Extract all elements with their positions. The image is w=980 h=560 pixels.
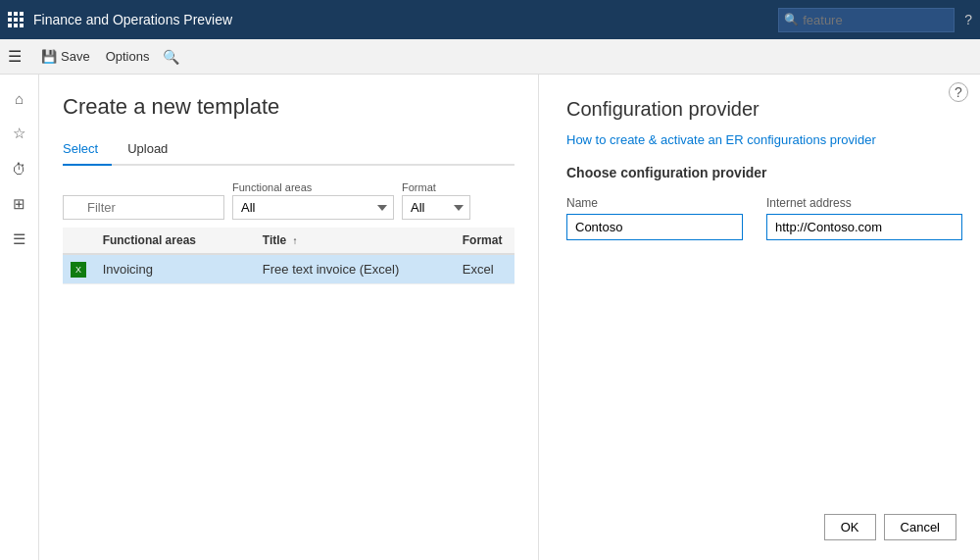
config-title: Configuration provider	[566, 98, 953, 121]
tab-upload[interactable]: Upload	[127, 135, 181, 166]
save-label: Save	[61, 49, 90, 64]
ok-button[interactable]: OK	[824, 514, 876, 540]
name-input[interactable]	[566, 214, 743, 240]
top-search-wrap: 🔍	[778, 8, 955, 32]
save-icon: 💾	[41, 49, 57, 64]
format-label: Format	[402, 181, 470, 193]
row-title: Free text invoice (Excel)	[255, 254, 455, 284]
options-label: Options	[106, 49, 150, 64]
filter-col: 🔍	[63, 195, 224, 220]
top-search-icon: 🔍	[784, 13, 799, 26]
sidebar-item-recent[interactable]: ⏱	[2, 153, 37, 184]
table-header-row: Functional areas Title ↑ Format	[63, 228, 514, 254]
save-button[interactable]: 💾 Save	[33, 45, 98, 68]
content-area: Create a new template Select Upload 🔍 Fu…	[39, 75, 980, 560]
tabs: Select Upload	[63, 135, 514, 166]
cancel-button[interactable]: Cancel	[884, 514, 956, 540]
top-search-input[interactable]	[778, 8, 955, 32]
col-header-icon	[63, 228, 95, 254]
options-button[interactable]: Options	[98, 45, 158, 68]
bottom-bar: OK Cancel	[824, 514, 956, 540]
tab-select[interactable]: Select	[63, 135, 112, 166]
table-row[interactable]: X Invoicing Free text invoice (Excel) Ex…	[63, 254, 514, 284]
filter-input[interactable]	[63, 195, 224, 220]
right-panel: ? Configuration provider How to create &…	[539, 75, 980, 560]
internet-address-label: Internet address	[766, 196, 962, 210]
toolbar-search-button[interactable]: 🔍	[161, 47, 180, 67]
config-link[interactable]: How to create & activate an ER configura…	[566, 132, 953, 147]
row-functional-areas: Invoicing	[95, 254, 255, 284]
templates-table: Functional areas Title ↑ Format	[63, 228, 514, 284]
sidebar-item-modules[interactable]: ⊞	[2, 188, 37, 220]
toolbar: ☰ 💾 Save Options 🔍	[0, 39, 980, 75]
top-bar: Finance and Operations Preview 🔍 ?	[0, 0, 980, 39]
functional-areas-select[interactable]: All	[232, 195, 394, 220]
sidebar-item-list[interactable]: ☰	[2, 224, 37, 255]
col-header-functional-areas[interactable]: Functional areas	[95, 228, 255, 254]
config-form-row: Name Internet address	[566, 196, 953, 240]
filter-row: 🔍 Functional areas All Format All	[63, 181, 514, 220]
help-button-top[interactable]: ?	[964, 12, 972, 27]
help-icon[interactable]: ?	[949, 82, 968, 102]
sidebar-item-favorites[interactable]: ☆	[2, 118, 37, 149]
row-format: Excel	[455, 254, 514, 284]
sidebar-item-home[interactable]: ⌂	[2, 82, 37, 114]
name-field: Name	[566, 196, 743, 240]
page-title: Create a new template	[63, 94, 514, 120]
left-panel: Create a new template Select Upload 🔍 Fu…	[39, 75, 539, 560]
functional-areas-col: Functional areas All	[232, 181, 394, 220]
sidebar: ⌂ ☆ ⏱ ⊞ ☰	[0, 75, 39, 560]
internet-address-input[interactable]	[766, 214, 962, 240]
sort-arrow-title: ↑	[293, 235, 298, 246]
internet-address-field: Internet address	[766, 196, 962, 240]
app-grid-icon[interactable]	[8, 12, 24, 27]
row-icon-cell: X	[63, 254, 95, 284]
functional-areas-label: Functional areas	[232, 181, 394, 193]
format-col: Format All	[402, 181, 470, 220]
config-subtitle: Choose configuration provider	[566, 165, 953, 180]
name-label: Name	[566, 196, 743, 210]
main-layout: ⌂ ☆ ⏱ ⊞ ☰ Create a new template Select U…	[0, 75, 980, 560]
app-title: Finance and Operations Preview	[33, 12, 778, 27]
hamburger-icon[interactable]: ☰	[8, 47, 22, 66]
filter-wrap: 🔍	[63, 195, 224, 220]
excel-icon: X	[71, 262, 86, 278]
col-header-title[interactable]: Title ↑	[255, 228, 455, 254]
col-header-format[interactable]: Format	[455, 228, 514, 254]
format-select[interactable]: All	[402, 195, 470, 220]
